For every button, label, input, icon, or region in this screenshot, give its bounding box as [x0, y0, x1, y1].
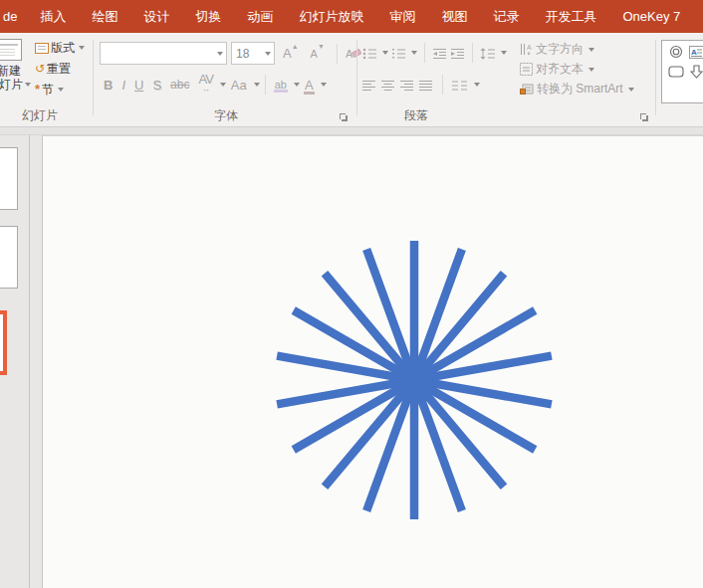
decrease-indent-button[interactable] — [432, 46, 447, 60]
underline-button[interactable]: U — [130, 77, 147, 94]
new-slide-label-line1: 新建 — [0, 64, 21, 78]
chevron-down-icon — [501, 51, 507, 55]
reset-button[interactable]: ↺ 重置 — [32, 59, 88, 79]
ribbon: 新建 幻灯片 版式 ↺ 重置 * 节 幻灯片 — [0, 33, 703, 126]
font-size-value: 18 — [232, 47, 259, 61]
chevron-down-icon — [254, 83, 260, 87]
reset-label: 重置 — [47, 61, 71, 78]
ribbon-bottom-strip — [0, 126, 703, 135]
align-center-icon — [381, 80, 395, 92]
align-left-button[interactable] — [362, 78, 376, 92]
text-direction-button[interactable]: A 文字方向 — [520, 41, 594, 58]
slide-thumbnail-3-selected[interactable] — [0, 310, 7, 375]
text-direction-label: 文字方向 — [536, 41, 584, 58]
tab-draw[interactable]: 绘图 — [79, 0, 130, 33]
align-text-button[interactable]: 对齐文本 — [520, 61, 594, 78]
slide-thumbnail-2[interactable] — [0, 226, 18, 289]
grow-font-button[interactable]: A▲ — [279, 45, 303, 62]
separator — [337, 44, 338, 64]
chevron-down-icon — [79, 46, 85, 50]
tab-animations[interactable]: 动画 — [234, 0, 286, 33]
shape-down-arrow[interactable] — [686, 62, 703, 82]
align-right-button[interactable] — [400, 78, 414, 92]
tab-onekey[interactable]: OneKey 7 — [609, 0, 693, 33]
align-right-icon — [400, 80, 414, 92]
tab-transitions[interactable]: 切换 — [182, 0, 234, 33]
tab-slideshow[interactable]: 幻灯片放映 — [286, 0, 376, 33]
align-center-button[interactable] — [381, 78, 395, 92]
new-slide-label-line2: 幻灯片 — [0, 78, 23, 92]
chevron-down-icon — [588, 48, 594, 52]
chevron-down-icon — [217, 52, 223, 56]
strikethrough-button[interactable]: abc — [166, 77, 193, 93]
slide-thumbnail-1[interactable] — [0, 147, 18, 210]
convert-smartart-button[interactable]: 转换为 SmartArt — [520, 81, 634, 98]
shape-text-box[interactable]: A — [686, 42, 703, 62]
slides-group-label: 幻灯片 — [0, 107, 94, 124]
paragraph-group: A 文字方向 对齐文本 — [358, 33, 653, 126]
group-separator — [655, 40, 656, 115]
shape-rounded-rectangle[interactable] — [665, 62, 686, 82]
tab-view[interactable]: 视图 — [428, 0, 480, 33]
line-spacing-button[interactable] — [480, 46, 496, 60]
font-color-bar — [304, 92, 315, 95]
donut-circle-icon — [669, 45, 683, 59]
font-color-button[interactable]: A — [301, 77, 318, 94]
italic-button[interactable]: I — [117, 77, 129, 94]
line-spacing-icon — [480, 48, 496, 60]
tab-partial-de[interactable]: de — [1, 0, 27, 33]
change-case-button[interactable]: Aa — [227, 77, 251, 94]
align-text-label: 对齐文本 — [536, 61, 584, 78]
reset-icon: ↺ — [35, 63, 45, 75]
section-button[interactable]: * 节 — [32, 80, 88, 99]
layout-button[interactable]: 版式 — [32, 38, 88, 58]
increase-indent-button[interactable] — [450, 46, 465, 60]
chevron-down-icon — [411, 51, 417, 55]
font-name-combobox[interactable] — [100, 42, 227, 65]
svg-text:A: A — [527, 44, 532, 51]
layout-icon — [35, 43, 49, 54]
shrink-font-button[interactable]: A▼ — [307, 46, 329, 61]
section-label: 节 — [42, 82, 54, 98]
character-spacing-button[interactable]: AV↔ — [194, 74, 216, 96]
bold-button[interactable]: B — [100, 77, 117, 94]
chevron-down-icon — [220, 83, 226, 87]
text-direction-icon: A — [520, 43, 533, 56]
separator — [442, 75, 443, 95]
tab-design[interactable]: 设计 — [130, 0, 182, 33]
tab-developer[interactable]: 开发工具 — [532, 0, 609, 33]
panel-splitter[interactable] — [30, 135, 43, 588]
justify-button[interactable] — [419, 78, 433, 92]
increase-indent-icon — [450, 48, 465, 60]
align-left-icon — [362, 80, 376, 92]
starburst-shape[interactable] — [265, 231, 564, 529]
group-separator — [93, 40, 94, 115]
paragraph-group-label: 段落 — [179, 107, 653, 124]
bullets-button[interactable] — [362, 46, 377, 60]
text-highlight-button[interactable]: ab — [271, 78, 291, 92]
slide-thumbnail-panel[interactable] — [0, 135, 30, 588]
new-slide-icon — [0, 39, 22, 61]
down-arrow-icon — [690, 65, 703, 79]
chevron-down-icon — [321, 83, 327, 87]
paragraph-dialog-launcher[interactable] — [639, 112, 649, 122]
separator — [265, 75, 266, 95]
tab-insert[interactable]: 插入 — [27, 0, 79, 33]
numbering-button[interactable] — [391, 46, 406, 60]
align-text-icon — [520, 63, 533, 76]
tab-record[interactable]: 记录 — [480, 0, 532, 33]
chevron-down-icon — [265, 52, 271, 56]
text-shadow-button[interactable]: S — [148, 77, 165, 94]
section-icon: * — [35, 85, 40, 95]
font-size-combobox[interactable]: 18 — [231, 42, 275, 65]
chevron-down-icon — [294, 83, 300, 87]
new-slide-button[interactable]: 新建 幻灯片 — [0, 39, 32, 92]
shape-donut-circle[interactable] — [665, 42, 686, 62]
tab-review[interactable]: 审阅 — [376, 0, 428, 33]
left-right-arrow-icon: ↔ — [202, 85, 210, 95]
highlight-color-bar — [274, 90, 288, 93]
rounded-rectangle-icon — [668, 66, 684, 78]
chevron-down-icon — [58, 88, 64, 92]
columns-button[interactable] — [452, 78, 467, 92]
slide-canvas[interactable] — [43, 135, 703, 588]
